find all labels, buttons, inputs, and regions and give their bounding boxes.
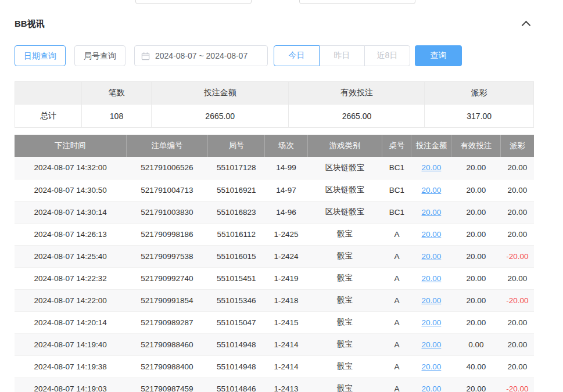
bet-amount-link[interactable]: 20.00 [422, 340, 442, 349]
bet-id-cell: 521791006526 [126, 157, 207, 179]
date-query-button[interactable]: 日期查询 [15, 45, 66, 66]
quick-today-button[interactable]: 今日 [274, 45, 320, 66]
session-cell: 1-2424 [265, 245, 307, 267]
bet-amount-cell: 20.00 [411, 333, 451, 355]
round-no-cell: 551014948 [208, 355, 265, 377]
payout-cell: -20.00 [501, 377, 534, 392]
round-no-cell: 551016112 [208, 223, 265, 245]
bet-id-cell: 521790988460 [126, 333, 207, 355]
valid-bet-cell: 20.00 [451, 377, 501, 392]
col-header-table-no: 桌号 [382, 135, 411, 157]
bet-amount-link[interactable]: 20.00 [422, 384, 442, 392]
game-type-cell: 骰宝 [307, 289, 382, 311]
bet-amount-cell: 20.00 [411, 377, 451, 392]
summary-total-row: 总计 108 2665.00 2665.00 317.00 [15, 105, 534, 128]
valid-bet-cell: 20.00 [451, 245, 501, 267]
valid-bet-cell: 20.00 [451, 289, 501, 311]
bet-time-cell: 2024-08-07 14:19:38 [15, 355, 126, 377]
payout-cell: 20.00 [501, 333, 534, 355]
bet-id-cell: 521790997538 [126, 245, 207, 267]
payout-cell: 20.00 [501, 179, 534, 201]
bet-id-cell: 521790998186 [126, 223, 207, 245]
game-type-cell: 骰宝 [307, 223, 382, 245]
filter-bar: 日期查询 局号查询 2024-08-07 ~ 2024-08-07 今日 昨日 … [15, 45, 534, 66]
table-no-cell: BC1 [382, 179, 411, 201]
bet-amount-link[interactable]: 20.00 [422, 230, 442, 239]
round-no-cell: 551014846 [208, 377, 265, 392]
quick-last8days-button[interactable]: 近8日 [364, 45, 410, 66]
valid-bet-cell: 20.00 [451, 223, 501, 245]
session-cell: 1-2418 [265, 289, 307, 311]
bet-amount-cell: 20.00 [411, 201, 451, 223]
table-no-cell: A [382, 311, 411, 333]
round-no-cell: 551016823 [208, 201, 265, 223]
bet-id-cell: 521790992740 [126, 267, 207, 289]
bet-amount-link[interactable]: 20.00 [422, 274, 442, 283]
valid-bet-cell: 20.00 [451, 267, 501, 289]
payout-cell: 20.00 [501, 355, 534, 377]
bet-time-cell: 2024-08-07 14:30:50 [15, 179, 126, 201]
valid-bet-cell: 20.00 [451, 201, 501, 223]
table-row: 2024-08-07 14:19:03521790987459551014846… [15, 377, 534, 392]
game-type-cell: 骰宝 [307, 333, 382, 355]
round-no-cell: 551016015 [208, 245, 265, 267]
session-cell: 14-99 [265, 157, 307, 179]
summary-count-value: 108 [82, 105, 152, 128]
bet-amount-link[interactable]: 20.00 [422, 208, 442, 217]
session-cell: 1-2419 [265, 267, 307, 289]
table-row: 2024-08-07 14:32:00521791006526551017128… [15, 157, 534, 179]
table-no-cell: BC1 [382, 157, 411, 179]
col-header-session: 场次 [265, 135, 307, 157]
search-button[interactable]: 查询 [415, 45, 462, 66]
table-row: 2024-08-07 14:30:50521791004713551016921… [15, 179, 534, 201]
table-row: 2024-08-07 14:19:38521790988400551014948… [15, 355, 534, 377]
summary-header-bet-amount: 投注金额 [151, 82, 289, 105]
payout-cell: -20.00 [501, 289, 534, 311]
summary-total-label: 总计 [15, 105, 82, 128]
game-type-cell: 骰宝 [307, 355, 382, 377]
table-header-row: 下注时间 注单编号 局号 场次 游戏类别 桌号 投注金额 有效投注 派彩 [15, 135, 534, 157]
payout-cell: 20.00 [501, 201, 534, 223]
bet-amount-cell: 20.00 [411, 267, 451, 289]
bet-amount-cell: 20.00 [411, 179, 451, 201]
payout-cell: 20.00 [501, 223, 534, 245]
valid-bet-cell: 20.00 [451, 157, 501, 179]
valid-bet-cell: 0.00 [451, 333, 501, 355]
bb-video-section: BB视讯 日期查询 局号查询 2024-08-07 ~ 2024-08-07 [15, 0, 534, 392]
quick-yesterday-button[interactable]: 昨日 [319, 45, 365, 66]
game-type-cell: 骰宝 [307, 267, 382, 289]
table-row: 2024-08-07 14:20:14521790989287551015047… [15, 311, 534, 333]
bet-time-cell: 2024-08-07 14:25:40 [15, 245, 126, 267]
bet-amount-cell: 20.00 [411, 355, 451, 377]
session-cell: 1-2414 [265, 333, 307, 355]
collapse-chevron-icon[interactable] [522, 21, 531, 30]
payout-cell: 20.00 [501, 157, 534, 179]
game-type-cell: 区块链骰宝 [307, 179, 382, 201]
game-type-cell: 骰宝 [307, 377, 382, 392]
session-cell: 1-2413 [265, 377, 307, 392]
bet-id-cell: 521791003830 [126, 201, 207, 223]
bet-amount-link[interactable]: 20.00 [422, 296, 442, 305]
game-type-cell: 区块链骰宝 [307, 201, 382, 223]
bet-id-cell: 521790991854 [126, 289, 207, 311]
quick-range-group: 今日 昨日 近8日 [274, 45, 410, 66]
bet-amount-link[interactable]: 20.00 [422, 252, 442, 261]
round-query-button[interactable]: 局号查询 [74, 45, 125, 66]
date-range-input[interactable]: 2024-08-07 ~ 2024-08-07 [134, 45, 268, 66]
round-no-cell: 551016921 [208, 179, 265, 201]
table-no-cell: A [382, 267, 411, 289]
bet-amount-cell: 20.00 [411, 311, 451, 333]
summary-header-valid-bet: 有效投注 [289, 82, 425, 105]
game-type-cell: 骰宝 [307, 311, 382, 333]
bet-amount-link[interactable]: 20.00 [422, 318, 442, 327]
bet-amount-link[interactable]: 20.00 [422, 163, 442, 172]
table-no-cell: A [382, 289, 411, 311]
round-no-cell: 551015346 [208, 289, 265, 311]
valid-bet-cell: 40.00 [451, 355, 501, 377]
col-header-bet-amount: 投注金额 [411, 135, 451, 157]
bet-amount-link[interactable]: 20.00 [422, 362, 442, 371]
game-type-cell: 区块链骰宝 [307, 157, 382, 179]
session-cell: 1-2415 [265, 311, 307, 333]
bet-amount-link[interactable]: 20.00 [422, 186, 442, 195]
round-no-cell: 551017128 [208, 157, 265, 179]
